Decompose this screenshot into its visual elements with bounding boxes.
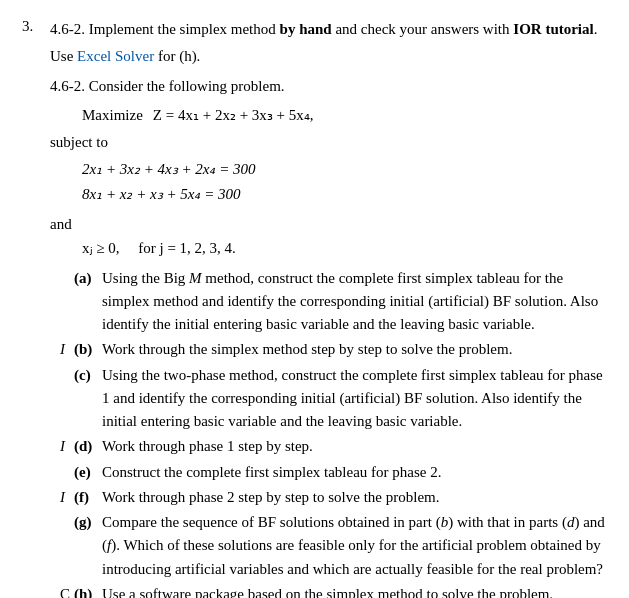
- part-d-prefix: I: [60, 435, 74, 458]
- part-c-row: (c) Using the two-phase method, construc…: [50, 364, 607, 434]
- title-bold-1: by hand: [280, 21, 332, 37]
- part-f-prefix: I: [60, 486, 74, 509]
- title-text-1: 4.6-2. Implement the simplex method: [50, 21, 280, 37]
- part-g-row: (g) Compare the sequence of BF solutions…: [50, 511, 607, 581]
- objective-function: Z = 4x₁ + 2x₂ + 3x₃ + 5x₄,: [153, 106, 314, 124]
- part-a-content: Using the Big M method, construct the co…: [102, 267, 607, 337]
- part-e-content: Construct the complete first simplex tab…: [102, 461, 607, 484]
- part-h-prefix: C: [60, 583, 74, 598]
- maximize-label: Maximize: [82, 107, 143, 124]
- constraint-1-text: 2x₁ + 3x₂ + 4x₃ + 2x₄ = 300: [82, 161, 256, 177]
- problem-number: 3.: [22, 18, 44, 598]
- part-c-prefix: [60, 364, 74, 434]
- part-e-row: (e) Construct the complete first simplex…: [50, 461, 607, 484]
- title-text-3: .: [594, 21, 598, 37]
- part-f-row: I (f) Work through phase 2 step by step …: [50, 486, 607, 509]
- part-c-content: Using the two-phase method, construct th…: [102, 364, 607, 434]
- constraint-2: 8x₁ + x₂ + x₃ + 5x₄ = 300: [82, 182, 607, 208]
- part-h-marker: (h): [74, 583, 102, 598]
- part-g-prefix: [60, 511, 74, 581]
- part-h-row: C (h) Use a software package based on th…: [50, 583, 607, 598]
- nonneg-constraint: xⱼ ≥ 0, for j = 1, 2, 3, 4.: [82, 239, 607, 257]
- part-f-content: Work through phase 2 step by step to sol…: [102, 486, 607, 509]
- part-d-marker: (d): [74, 435, 102, 458]
- part-a-prefix: [60, 267, 74, 337]
- part-c-marker: (c): [74, 364, 102, 434]
- part-e-marker: (e): [74, 461, 102, 484]
- part-b-row: I (b) Work through the simplex method st…: [50, 338, 607, 361]
- parts-container: (a) Using the Big M method, construct th…: [50, 267, 607, 599]
- part-b-marker: (b): [74, 338, 102, 361]
- nonneg-text: xⱼ ≥ 0, for j = 1, 2, 3, 4.: [82, 240, 236, 256]
- part-a-row: (a) Using the Big M method, construct th…: [50, 267, 607, 337]
- subtitle-excel-bold: Excel Solver: [77, 48, 154, 64]
- part-e-prefix: [60, 461, 74, 484]
- subtitle-excel: Use Excel Solver for (h).: [50, 45, 607, 68]
- part-d-row: I (d) Work through phase 1 step by step.: [50, 435, 607, 458]
- constraint-1: 2x₁ + 3x₂ + 4x₃ + 2x₄ = 300: [82, 157, 607, 183]
- part-g-marker: (g): [74, 511, 102, 581]
- title-text-2: and check your answers with: [332, 21, 514, 37]
- subtitle-pre: Use: [50, 48, 77, 64]
- problem-title: 4.6-2. Implement the simplex method by h…: [50, 18, 607, 41]
- part-b-content: Work through the simplex method step by …: [102, 338, 607, 361]
- subtitle-post: for (h).: [154, 48, 200, 64]
- part-d-content: Work through phase 1 step by step.: [102, 435, 607, 458]
- part-b-prefix: I: [60, 338, 74, 361]
- problem-container: 3. 4.6-2. Implement the simplex method b…: [22, 18, 607, 598]
- constraints: 2x₁ + 3x₂ + 4x₃ + 2x₄ = 300 8x₁ + x₂ + x…: [82, 157, 607, 208]
- part-a-marker: (a): [74, 267, 102, 337]
- consider-line: 4.6-2. Consider the following problem.: [50, 75, 607, 98]
- part-g-content: Compare the sequence of BF solutions obt…: [102, 511, 607, 581]
- maximize-row: Maximize Z = 4x₁ + 2x₂ + 3x₃ + 5x₄,: [82, 106, 607, 124]
- and-text: and: [50, 216, 607, 233]
- part-f-marker: (f): [74, 486, 102, 509]
- title-bold-2: IOR tutorial: [513, 21, 593, 37]
- subject-to: subject to: [50, 134, 607, 151]
- constraint-2-text: 8x₁ + x₂ + x₃ + 5x₄ = 300: [82, 186, 241, 202]
- part-h-content: Use a software package based on the simp…: [102, 583, 607, 598]
- problem-content: 4.6-2. Implement the simplex method by h…: [50, 18, 607, 598]
